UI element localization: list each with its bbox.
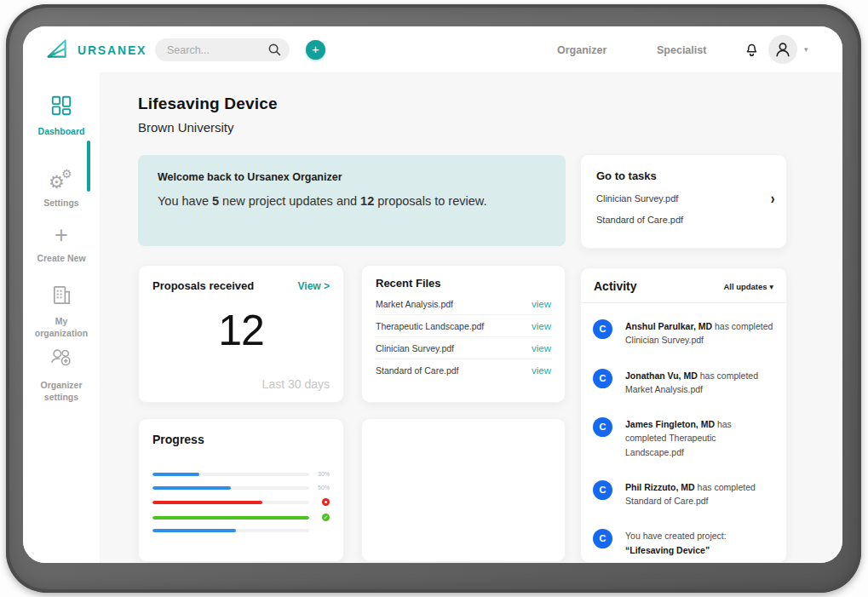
people-plus-icon [49, 345, 74, 374]
activity-item: C Anshul Parulkar, MD has completed Clin… [593, 319, 774, 347]
activity-actor: James Fingleton, MD [625, 419, 715, 429]
sidebar-item-label: Dashboard [33, 126, 90, 138]
avatar[interactable] [768, 35, 797, 64]
avatar-caret-icon[interactable]: ▾ [804, 45, 808, 54]
search-bar[interactable] [155, 38, 290, 61]
sidebar: Dashboard ⚙⚙ Settings + Create New [23, 72, 100, 563]
alert-icon [322, 498, 330, 506]
task-item[interactable]: Standard of Care.pdf [596, 215, 771, 225]
sidebar-item-organizer-settings[interactable]: Organizer settings [23, 345, 100, 403]
nav-specialist[interactable]: Specialist [657, 44, 706, 56]
nav-organizer[interactable]: Organizer [557, 44, 606, 56]
progress-card: Progress 30% 50% ✓ [138, 418, 344, 562]
ursanex-logo-icon [45, 37, 69, 64]
sidebar-item-my-organization[interactable]: My organization [23, 284, 100, 339]
activity-avatar: C [593, 417, 612, 437]
banner-text-part: You have [158, 194, 212, 208]
welcome-banner: Welcome back to Ursanex Organizer You ha… [138, 155, 566, 246]
activity-avatar: C [593, 480, 612, 500]
progress-label [309, 498, 330, 506]
progress-title: Progress [152, 433, 330, 446]
file-row: Market Analysis.pdf view [376, 293, 551, 315]
progress-bar-row: 50% [152, 485, 330, 491]
brand[interactable]: URSANEX [45, 37, 147, 64]
gears-icon: ⚙⚙ [49, 168, 74, 192]
progress-bar-row: 30% [152, 471, 330, 477]
file-view-link[interactable]: view [532, 343, 551, 353]
progress-label: ✓ [309, 514, 330, 521]
activity-item: C Phil Rizzuto, MD has completed Standar… [593, 480, 774, 508]
sidebar-item-create-new[interactable]: + Create New [23, 224, 100, 265]
progress-fill [152, 501, 262, 504]
plus-icon: + [55, 224, 68, 247]
file-view-link[interactable]: view [532, 365, 551, 376]
building-icon [50, 284, 73, 310]
proposals-title: Proposals received [152, 279, 254, 292]
proposals-count: 12 [152, 306, 330, 355]
sidebar-item-dashboard[interactable]: Dashboard [23, 95, 100, 138]
activity-title: Activity [594, 279, 637, 293]
activity-text: James Fingleton, MD has completed Therap… [625, 417, 774, 459]
activity-detail: You have created project: [625, 529, 727, 542]
file-row: Standard of Care.pdf view [376, 359, 551, 381]
chevron-right-icon[interactable]: › [770, 189, 774, 208]
page-subtitle: Brown University [138, 120, 278, 135]
progress-bar-row: ✓ [152, 514, 330, 521]
activity-item: C Jonathan Vu, MD has completed Market A… [593, 369, 774, 397]
progress-fill [152, 473, 199, 476]
person-icon [773, 40, 792, 59]
file-row: Clinician Survey.pdf view [376, 337, 551, 359]
banner-title: Welcome back to Ursanex Organizer [158, 171, 546, 183]
activity-text: You have created project:“Lifesaving Dev… [625, 529, 727, 557]
activity-actor: Phil Rizzuto, MD [625, 482, 695, 492]
check-icon: ✓ [322, 514, 330, 521]
activity-actor: Anshul Parulkar, MD [625, 321, 712, 331]
sidebar-item-settings[interactable]: ⚙⚙ Settings [23, 168, 100, 210]
activity-actor: Jonathan Vu, MD [625, 370, 698, 381]
file-name: Clinician Survey.pdf [376, 343, 454, 353]
dashboard-icon [50, 95, 72, 120]
activity-text: Phil Rizzuto, MD has completed Standard … [625, 480, 774, 508]
recent-files-card: Recent Files Market Analysis.pdf view Th… [361, 265, 566, 403]
tasks-title: Go to tasks [596, 169, 771, 182]
activity-filter-dropdown[interactable]: All updates ▾ [723, 282, 773, 291]
proposals-view-link[interactable]: View > [298, 280, 330, 292]
recent-files-title: Recent Files [376, 277, 551, 290]
banner-count-updates: 5 [212, 194, 219, 208]
progress-track [152, 486, 309, 490]
progress-track [152, 501, 309, 504]
app-window: URSANEX + Organizer Specialist [23, 26, 842, 563]
file-row: Therapeutic Landscape.pdf view [376, 315, 551, 337]
file-view-link[interactable]: view [532, 299, 551, 309]
sidebar-item-label: Settings [38, 198, 83, 210]
file-view-link[interactable]: view [532, 321, 551, 331]
file-name: Market Analysis.pdf [376, 299, 453, 309]
progress-label: 50% [309, 485, 330, 491]
brand-name: URSANEX [78, 43, 147, 57]
activity-header: Activity All updates ▾ [581, 268, 786, 303]
proposals-card: Proposals received View > 12 Last 30 day… [138, 265, 344, 403]
task-item[interactable]: Clinician Survey.pdf [596, 193, 771, 204]
activity-avatar: C [593, 319, 612, 339]
notifications-bell-icon[interactable] [743, 40, 760, 61]
activity-avatar: C [593, 529, 612, 548]
go-to-tasks-card: Go to tasks Clinician Survey.pdf Standar… [580, 154, 787, 249]
activity-text: Anshul Parulkar, MD has completed Clinic… [625, 319, 774, 347]
progress-fill [152, 486, 231, 490]
page-title: Lifesaving Device [138, 95, 278, 113]
topbar: URSANEX + Organizer Specialist [23, 26, 842, 72]
progress-bars: 30% 50% ✓ [152, 471, 330, 532]
create-button[interactable]: + [306, 40, 325, 60]
proposals-period: Last 30 days [262, 377, 330, 391]
progress-bar-row [152, 529, 330, 532]
sidebar-item-label: Organizer settings [23, 380, 100, 403]
search-icon[interactable] [267, 43, 282, 60]
search-input[interactable] [167, 44, 264, 56]
progress-label: 30% [309, 471, 330, 477]
banner-text-part: new project updates and [219, 194, 360, 208]
activity-item: C You have created project:“Lifesaving D… [593, 529, 774, 557]
activity-project-name: “Lifesaving Device” [625, 545, 710, 555]
progress-track [152, 473, 309, 476]
banner-text-part: proposals to review. [374, 194, 486, 208]
file-name: Therapeutic Landscape.pdf [376, 321, 484, 331]
